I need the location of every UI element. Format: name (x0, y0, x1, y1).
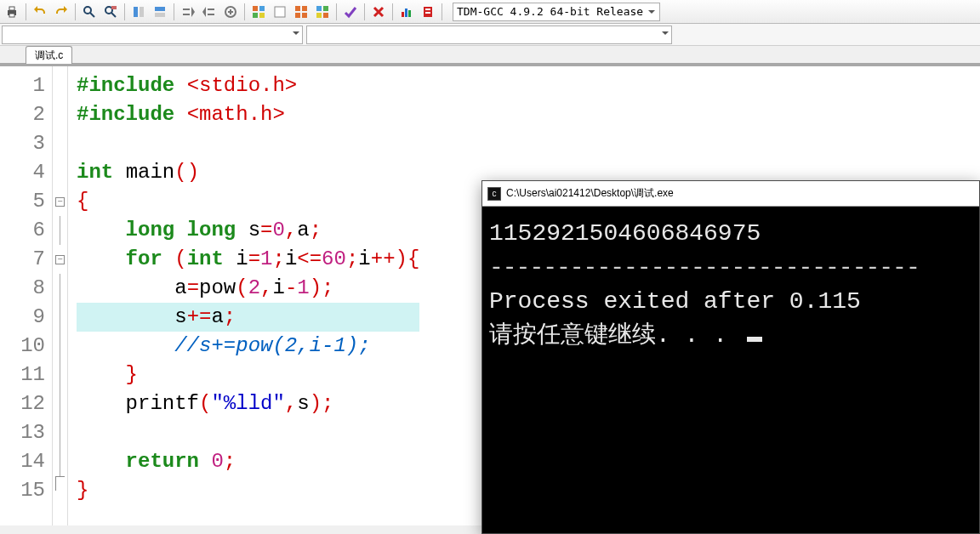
code-line[interactable]: int main() (77, 158, 419, 187)
code-line[interactable]: printf("%lld",s); (77, 389, 419, 418)
svg-rect-24 (316, 13, 322, 18)
svg-rect-17 (275, 7, 285, 17)
code-line[interactable]: long long s=0,a; (77, 216, 419, 245)
compile-icon[interactable] (248, 3, 269, 21)
svg-rect-21 (302, 13, 307, 18)
outdent-icon[interactable] (199, 3, 219, 21)
debug-icon[interactable] (418, 3, 438, 21)
svg-line-6 (111, 13, 116, 17)
console-titlebar[interactable]: c C:\Users\ai021412\Desktop\调试.exe (482, 181, 979, 207)
svg-rect-20 (295, 13, 300, 18)
replace-icon[interactable] (100, 3, 121, 21)
run-icon[interactable] (270, 3, 290, 21)
code-line[interactable]: } (77, 361, 419, 389)
svg-rect-30 (425, 9, 430, 10)
svg-rect-8 (134, 7, 138, 17)
cursor-icon (747, 337, 762, 342)
find-icon[interactable] (79, 3, 100, 21)
code-line[interactable]: return 0; (77, 447, 419, 476)
profile-icon[interactable] (396, 3, 417, 21)
svg-rect-18 (295, 6, 300, 11)
svg-point-5 (105, 7, 112, 14)
svg-rect-11 (155, 13, 165, 17)
compilerun-icon[interactable] (291, 3, 311, 21)
svg-rect-23 (323, 6, 328, 11)
svg-rect-31 (425, 12, 430, 14)
tab-file[interactable]: 调试.c (26, 46, 72, 64)
svg-rect-26 (402, 12, 404, 17)
fold-column: −− (53, 66, 68, 525)
svg-rect-13 (253, 6, 258, 11)
navigator-bar (0, 24, 980, 46)
svg-rect-25 (323, 13, 328, 18)
print-icon[interactable] (2, 3, 22, 21)
compiler-select[interactable]: TDM-GCC 4.9.2 64-bit Release (453, 3, 660, 21)
svg-rect-22 (316, 6, 322, 11)
indent-icon[interactable] (178, 3, 198, 21)
console-title-text: C:\Users\ai021412\Desktop\调试.exe (506, 186, 674, 201)
svg-rect-16 (259, 13, 265, 18)
undo-icon[interactable] (30, 3, 50, 21)
rebuild-icon[interactable] (312, 3, 333, 21)
redo-icon[interactable] (51, 3, 71, 21)
member-combo[interactable] (306, 26, 672, 44)
console-output: 1152921504606846975 --------------------… (482, 207, 979, 533)
code-line[interactable]: //s+=pow(2,i-1); (77, 332, 419, 361)
code-line[interactable] (77, 129, 419, 158)
svg-rect-10 (155, 7, 165, 11)
svg-point-3 (84, 7, 91, 14)
code-line[interactable]: #include <math.h> (77, 100, 419, 129)
goto-bookmark-icon[interactable] (150, 3, 170, 21)
scope-combo[interactable] (2, 26, 303, 44)
main-toolbar: TDM-GCC 4.9.2 64-bit Release (0, 0, 980, 24)
svg-rect-2 (9, 14, 14, 17)
stop-icon[interactable] (368, 3, 389, 21)
console-app-icon: c (487, 187, 501, 201)
svg-rect-1 (9, 7, 14, 10)
code-line[interactable]: for (int i=1;i<=60;i++){ (77, 245, 419, 274)
toggle-bookmark-icon[interactable] (128, 3, 149, 21)
svg-rect-14 (259, 6, 265, 11)
line-gutter: 123456789101112131415 (0, 66, 53, 525)
syntax-check-icon[interactable] (340, 3, 361, 21)
svg-rect-9 (140, 7, 144, 17)
wrap-icon[interactable] (220, 3, 241, 21)
code-line[interactable] (77, 418, 419, 447)
svg-line-4 (90, 13, 94, 17)
code-area[interactable]: #include <stdio.h>#include <math.h>int m… (68, 66, 419, 525)
code-line[interactable]: } (77, 476, 419, 505)
svg-rect-7 (111, 6, 117, 9)
svg-rect-27 (405, 9, 407, 17)
svg-rect-28 (408, 10, 411, 17)
code-line[interactable]: a=pow(2,i-1); (77, 274, 419, 303)
code-line[interactable]: s+=a; (77, 303, 419, 332)
compiler-select-wrap[interactable]: TDM-GCC 4.9.2 64-bit Release (446, 3, 660, 21)
editor-tabbar: 调试.c (0, 46, 980, 66)
svg-rect-15 (253, 13, 258, 18)
console-window: c C:\Users\ai021412\Desktop\调试.exe 11529… (481, 180, 980, 534)
code-line[interactable]: #include <stdio.h> (77, 71, 419, 100)
svg-rect-19 (302, 6, 307, 11)
code-line[interactable]: { (77, 187, 419, 216)
